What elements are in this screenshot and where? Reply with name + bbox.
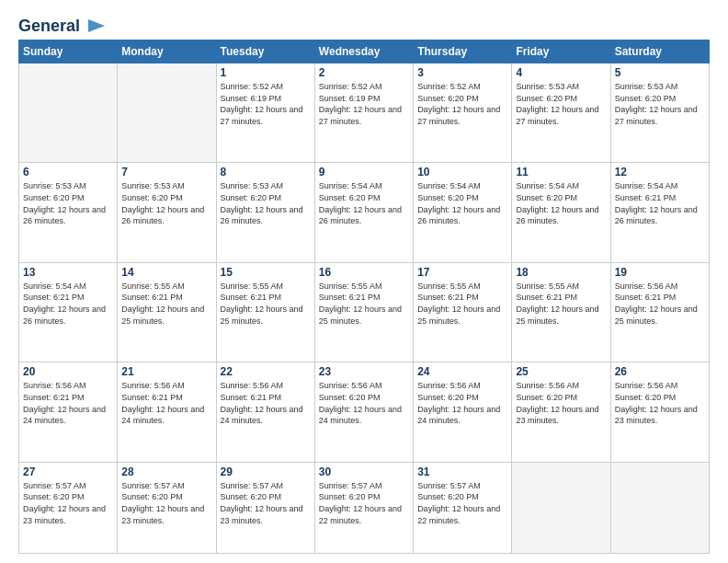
calendar-week-3: 13Sunrise: 5:54 AM Sunset: 6:21 PM Dayli…: [19, 262, 710, 362]
logo-general: General: [18, 17, 80, 36]
calendar-cell: 1Sunrise: 5:52 AM Sunset: 6:19 PM Daylig…: [216, 63, 314, 163]
weekday-header-thursday: Thursday: [414, 40, 512, 63]
day-detail: Sunrise: 5:57 AM Sunset: 6:20 PM Dayligh…: [121, 480, 211, 526]
weekday-header-row: SundayMondayTuesdayWednesdayThursdayFrid…: [19, 40, 710, 63]
logo: General: [18, 17, 108, 32]
day-detail: Sunrise: 5:53 AM Sunset: 6:20 PM Dayligh…: [615, 81, 705, 127]
calendar-cell: 7Sunrise: 5:53 AM Sunset: 6:20 PM Daylig…: [118, 163, 216, 262]
calendar-week-5: 27Sunrise: 5:57 AM Sunset: 6:20 PM Dayli…: [19, 462, 710, 553]
day-detail: Sunrise: 5:54 AM Sunset: 6:20 PM Dayligh…: [417, 180, 507, 226]
day-detail: Sunrise: 5:55 AM Sunset: 6:21 PM Dayligh…: [221, 281, 311, 327]
calendar-cell: 2Sunrise: 5:52 AM Sunset: 6:19 PM Daylig…: [314, 63, 413, 163]
calendar-cell: 10Sunrise: 5:54 AM Sunset: 6:20 PM Dayli…: [414, 163, 512, 262]
day-number: 5: [615, 66, 705, 79]
day-number: 31: [417, 465, 507, 478]
day-number: 29: [221, 465, 311, 478]
calendar-cell: 13Sunrise: 5:54 AM Sunset: 6:21 PM Dayli…: [19, 262, 118, 362]
day-number: 17: [417, 266, 507, 279]
calendar-cell: 12Sunrise: 5:54 AM Sunset: 6:21 PM Dayli…: [610, 163, 709, 262]
day-number: 3: [417, 66, 507, 79]
calendar-cell: 21Sunrise: 5:56 AM Sunset: 6:21 PM Dayli…: [118, 362, 216, 462]
calendar-cell: 17Sunrise: 5:55 AM Sunset: 6:21 PM Dayli…: [414, 262, 512, 362]
calendar-week-1: 1Sunrise: 5:52 AM Sunset: 6:19 PM Daylig…: [19, 63, 710, 163]
calendar-cell: 22Sunrise: 5:56 AM Sunset: 6:21 PM Dayli…: [216, 362, 314, 462]
svg-marker-0: [88, 19, 105, 32]
day-detail: Sunrise: 5:53 AM Sunset: 6:20 PM Dayligh…: [221, 180, 311, 226]
day-number: 7: [121, 166, 211, 178]
day-number: 30: [319, 465, 409, 478]
day-detail: Sunrise: 5:56 AM Sunset: 6:20 PM Dayligh…: [319, 380, 409, 426]
logo-text-general: General: [18, 17, 80, 35]
day-number: 13: [23, 266, 113, 279]
header: General: [18, 17, 710, 32]
calendar-cell: [19, 63, 118, 163]
day-number: 28: [121, 465, 211, 478]
calendar-cell: 5Sunrise: 5:53 AM Sunset: 6:20 PM Daylig…: [610, 63, 709, 163]
calendar-cell: 30Sunrise: 5:57 AM Sunset: 6:20 PM Dayli…: [314, 462, 413, 553]
day-number: 4: [516, 66, 606, 79]
day-number: 1: [221, 66, 311, 79]
day-number: 22: [221, 365, 311, 378]
weekday-header-saturday: Saturday: [610, 40, 709, 63]
calendar-cell: 26Sunrise: 5:56 AM Sunset: 6:20 PM Dayli…: [610, 362, 709, 462]
day-detail: Sunrise: 5:55 AM Sunset: 6:21 PM Dayligh…: [319, 281, 409, 327]
day-detail: Sunrise: 5:54 AM Sunset: 6:21 PM Dayligh…: [615, 180, 705, 226]
calendar-cell: 27Sunrise: 5:57 AM Sunset: 6:20 PM Dayli…: [19, 462, 118, 553]
calendar-cell: 6Sunrise: 5:53 AM Sunset: 6:20 PM Daylig…: [19, 163, 118, 262]
day-detail: Sunrise: 5:57 AM Sunset: 6:20 PM Dayligh…: [319, 480, 409, 526]
calendar-week-4: 20Sunrise: 5:56 AM Sunset: 6:21 PM Dayli…: [19, 362, 710, 462]
calendar-cell: 9Sunrise: 5:54 AM Sunset: 6:20 PM Daylig…: [314, 163, 413, 262]
calendar-cell: 15Sunrise: 5:55 AM Sunset: 6:21 PM Dayli…: [216, 262, 314, 362]
calendar-cell: 23Sunrise: 5:56 AM Sunset: 6:20 PM Dayli…: [314, 362, 413, 462]
weekday-header-wednesday: Wednesday: [314, 40, 413, 63]
day-number: 12: [615, 166, 705, 178]
day-detail: Sunrise: 5:52 AM Sunset: 6:19 PM Dayligh…: [221, 81, 311, 127]
calendar-cell: [118, 63, 216, 163]
calendar-cell: 8Sunrise: 5:53 AM Sunset: 6:20 PM Daylig…: [216, 163, 314, 262]
calendar-cell: 14Sunrise: 5:55 AM Sunset: 6:21 PM Dayli…: [118, 262, 216, 362]
day-detail: Sunrise: 5:52 AM Sunset: 6:19 PM Dayligh…: [319, 81, 409, 127]
day-number: 11: [516, 166, 606, 178]
calendar-cell: 24Sunrise: 5:56 AM Sunset: 6:20 PM Dayli…: [414, 362, 512, 462]
calendar-cell: 4Sunrise: 5:53 AM Sunset: 6:20 PM Daylig…: [512, 63, 610, 163]
calendar-cell: 3Sunrise: 5:52 AM Sunset: 6:20 PM Daylig…: [414, 63, 512, 163]
calendar-cell: 19Sunrise: 5:56 AM Sunset: 6:21 PM Dayli…: [610, 262, 709, 362]
day-detail: Sunrise: 5:56 AM Sunset: 6:21 PM Dayligh…: [121, 380, 211, 426]
day-detail: Sunrise: 5:53 AM Sunset: 6:20 PM Dayligh…: [23, 180, 113, 226]
day-number: 19: [615, 266, 705, 279]
day-detail: Sunrise: 5:56 AM Sunset: 6:21 PM Dayligh…: [615, 281, 705, 327]
day-detail: Sunrise: 5:57 AM Sunset: 6:20 PM Dayligh…: [23, 480, 113, 526]
day-detail: Sunrise: 5:56 AM Sunset: 6:20 PM Dayligh…: [516, 380, 606, 426]
weekday-header-monday: Monday: [118, 40, 216, 63]
calendar-week-2: 6Sunrise: 5:53 AM Sunset: 6:20 PM Daylig…: [19, 163, 710, 262]
day-detail: Sunrise: 5:56 AM Sunset: 6:21 PM Dayligh…: [23, 380, 113, 426]
day-number: 26: [615, 365, 705, 378]
calendar-cell: 28Sunrise: 5:57 AM Sunset: 6:20 PM Dayli…: [118, 462, 216, 553]
day-number: 6: [23, 166, 113, 178]
day-number: 9: [319, 166, 409, 178]
calendar-cell: 16Sunrise: 5:55 AM Sunset: 6:21 PM Dayli…: [314, 262, 413, 362]
day-number: 21: [121, 365, 211, 378]
calendar-cell: 25Sunrise: 5:56 AM Sunset: 6:20 PM Dayli…: [512, 362, 610, 462]
day-number: 27: [23, 465, 113, 478]
day-number: 2: [319, 66, 409, 79]
calendar-cell: [610, 462, 709, 553]
day-detail: Sunrise: 5:56 AM Sunset: 6:20 PM Dayligh…: [417, 380, 507, 426]
day-detail: Sunrise: 5:57 AM Sunset: 6:20 PM Dayligh…: [221, 480, 311, 526]
calendar-cell: [512, 462, 610, 553]
weekday-header-tuesday: Tuesday: [216, 40, 314, 63]
day-number: 10: [417, 166, 507, 178]
page: General SundayMondayTuesdayWednesdayThur…: [0, 0, 728, 563]
day-number: 25: [516, 365, 606, 378]
day-detail: Sunrise: 5:53 AM Sunset: 6:20 PM Dayligh…: [121, 180, 211, 226]
day-detail: Sunrise: 5:54 AM Sunset: 6:21 PM Dayligh…: [23, 281, 113, 327]
day-detail: Sunrise: 5:52 AM Sunset: 6:20 PM Dayligh…: [417, 81, 507, 127]
day-detail: Sunrise: 5:53 AM Sunset: 6:20 PM Dayligh…: [516, 81, 606, 127]
day-number: 23: [319, 365, 409, 378]
calendar-cell: 20Sunrise: 5:56 AM Sunset: 6:21 PM Dayli…: [19, 362, 118, 462]
calendar-cell: 29Sunrise: 5:57 AM Sunset: 6:20 PM Dayli…: [216, 462, 314, 553]
day-detail: Sunrise: 5:57 AM Sunset: 6:20 PM Dayligh…: [417, 480, 507, 526]
calendar-cell: 18Sunrise: 5:55 AM Sunset: 6:21 PM Dayli…: [512, 262, 610, 362]
day-detail: Sunrise: 5:54 AM Sunset: 6:20 PM Dayligh…: [516, 180, 606, 226]
weekday-header-friday: Friday: [512, 40, 610, 63]
